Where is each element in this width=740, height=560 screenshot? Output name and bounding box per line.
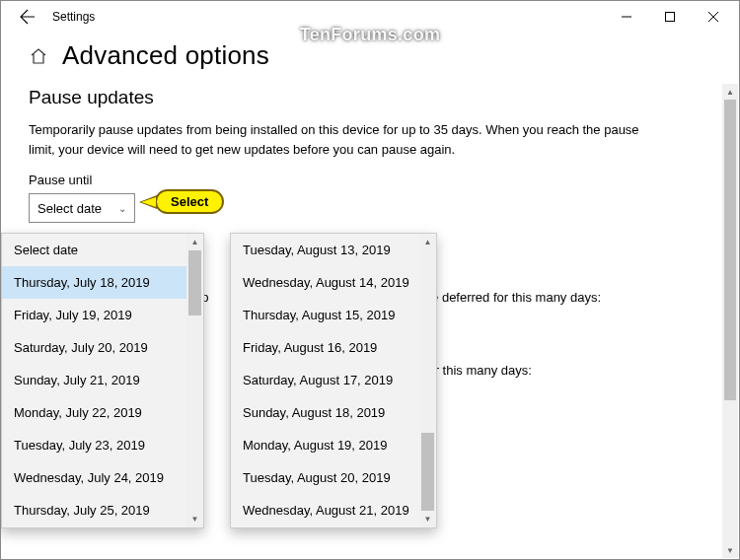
scroll-down-icon[interactable]: ▼: [722, 542, 738, 558]
list-item[interactable]: Friday, August 16, 2019: [231, 331, 436, 364]
scroll-thumb[interactable]: [188, 250, 201, 315]
list-item[interactable]: Thursday, August 15, 2019: [231, 299, 436, 331]
select-date-combo[interactable]: Select date ⌄: [29, 193, 135, 223]
list-item[interactable]: Wednesday, August 14, 2019: [231, 266, 436, 299]
list-item[interactable]: Tuesday, July 23, 2019: [2, 429, 203, 461]
list-item[interactable]: Saturday, July 20, 2019: [2, 331, 203, 364]
list-item[interactable]: Wednesday, August 21, 2019: [231, 494, 436, 526]
scroll-down-icon[interactable]: ▼: [419, 511, 436, 527]
date-dropdown-right[interactable]: Tuesday, August 13, 2019 Wednesday, Augu…: [230, 233, 437, 528]
scroll-up-icon[interactable]: ▲: [722, 84, 738, 100]
list-item[interactable]: Monday, July 22, 2019: [2, 396, 203, 429]
bg-line-deferred: n be deferred for this many days:: [413, 290, 601, 305]
window-title: Settings: [52, 10, 95, 24]
list-item[interactable]: Saturday, August 17, 2019: [231, 364, 436, 396]
list-item[interactable]: Sunday, August 18, 2019: [231, 396, 436, 429]
scroll-thumb[interactable]: [724, 100, 736, 400]
list-item[interactable]: Thursday, July 25, 2019: [2, 494, 203, 526]
scroll-down-icon[interactable]: ▼: [186, 511, 203, 527]
combo-value: Select date: [37, 201, 102, 216]
list-item[interactable]: Friday, July 19, 2019: [2, 299, 203, 331]
close-button[interactable]: [692, 2, 735, 32]
minimize-button[interactable]: [605, 2, 648, 32]
scroll-thumb[interactable]: [421, 433, 434, 511]
callout-annotation: Select: [139, 189, 224, 214]
chevron-down-icon: ⌄: [109, 203, 126, 214]
callout-bubble: Select: [155, 189, 224, 214]
list-item[interactable]: Select date: [2, 234, 203, 266]
scroll-up-icon[interactable]: ▲: [186, 234, 203, 250]
titlebar: Settings: [1, 1, 739, 33]
page-header: Advanced options: [1, 33, 739, 87]
callout-arrow-icon: [139, 195, 157, 209]
list-item[interactable]: Wednesday, July 24, 2019: [2, 461, 203, 494]
list-item[interactable]: Sunday, July 21, 2019: [2, 364, 203, 396]
pause-until-label: Pause until: [29, 173, 711, 187]
home-icon[interactable]: [29, 46, 48, 66]
scroll-up-icon[interactable]: ▲: [419, 234, 436, 250]
dropdown-scrollbar[interactable]: ▲ ▼: [186, 234, 203, 527]
back-button[interactable]: [15, 4, 40, 30]
list-item[interactable]: Thursday, July 18, 2019: [2, 266, 203, 299]
list-item[interactable]: Monday, August 19, 2019: [231, 429, 436, 461]
page-title: Advanced options: [62, 40, 269, 71]
list-item[interactable]: Tuesday, August 13, 2019: [231, 234, 436, 266]
scroll-track[interactable]: [722, 100, 738, 542]
dropdown-scrollbar[interactable]: ▲ ▼: [419, 234, 436, 527]
svg-rect-1: [666, 13, 675, 22]
maximize-button[interactable]: [648, 2, 692, 32]
date-dropdown-left[interactable]: Select date Thursday, July 18, 2019 Frid…: [1, 233, 204, 528]
main-scrollbar[interactable]: ▲ ▼: [722, 84, 738, 558]
section-title: Pause updates: [29, 87, 711, 108]
scroll-track[interactable]: [419, 250, 436, 511]
content-area: Pause updates Temporarily pause updates …: [1, 87, 739, 556]
list-item[interactable]: Tuesday, August 20, 2019: [231, 461, 436, 494]
section-description: Temporarily pause updates from being ins…: [29, 120, 660, 159]
scroll-track[interactable]: [186, 250, 203, 511]
